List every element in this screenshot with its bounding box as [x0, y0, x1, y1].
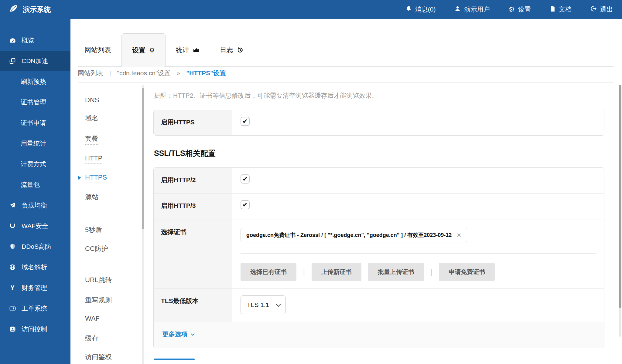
settings-menu-item[interactable]: ⚙ 设置 — [508, 5, 531, 14]
sidebar-item-cert-apply[interactable]: 证书申请 — [0, 113, 70, 133]
logout-menu-item[interactable]: 退出 — [590, 5, 613, 14]
https-settings-panel: 提醒：HTTP2、证书等信息修改后，可能需要清空浏览器缓存后才能浏览效果。 启用… — [153, 91, 604, 360]
user-menu-item[interactable]: 演示用户 — [454, 5, 490, 14]
apply-free-cert-button[interactable]: 申请免费证书 — [439, 263, 495, 281]
submenu-item-url-redirect[interactable]: URL跳转 — [85, 275, 112, 286]
sign-out-icon — [590, 5, 597, 13]
sidebar-item-tickets[interactable]: 工单系统 — [0, 298, 70, 319]
save-button-partial[interactable] — [154, 359, 195, 360]
sidebar-item-billing-method[interactable]: 计费方式 — [0, 154, 70, 174]
table-row: 启用HTTP/2 ✔ — [154, 168, 604, 193]
upload-new-cert-button[interactable]: 上传新证书 — [312, 263, 361, 281]
page-scrollbar-thumb[interactable] — [619, 85, 621, 308]
submenu-item-auth[interactable]: 访问鉴权 — [85, 352, 112, 363]
leaf-logo-icon — [9, 4, 18, 15]
top-bar: 演示系统 消息(0) 演示用户 ⚙ 设置 文档 — [0, 0, 622, 19]
paper-plane-icon — [9, 202, 16, 209]
history-icon — [237, 47, 243, 53]
sidebar-item-access-control[interactable]: 访问控制 — [0, 319, 70, 339]
submenu-scrollbar-thumb[interactable] — [142, 88, 144, 229]
table-row: 选择证书 goedge.cn免费证书 - Zerossl / [ "*.goed… — [154, 220, 604, 288]
batch-upload-cert-button[interactable]: 批量上传证书 — [368, 263, 424, 281]
sidebar-item-ddos[interactable]: DDoS高防 — [0, 236, 70, 257]
table-row: TLS最低版本 TLS 1.1 — [154, 288, 604, 322]
certificate-chip-text: goedge.cn免费证书 - Zerossl / [ "*.goedge.cn… — [246, 231, 452, 239]
sidebar-item-refresh-preheat[interactable]: 刷新预热 — [0, 71, 70, 92]
globe-icon — [9, 264, 16, 271]
messages-menu-item[interactable]: 消息(0) — [405, 5, 436, 14]
submenu-item-cc-protect[interactable]: CC防护 — [85, 244, 108, 253]
logout-label: 退出 — [600, 5, 613, 14]
sidebar-item-dns-resolve[interactable]: 域名解析 — [0, 257, 70, 278]
docs-menu-item[interactable]: 文档 — [550, 5, 572, 14]
breadcrumb-separator: | — [109, 69, 111, 77]
submenu-divider — [85, 213, 143, 213]
page-scrollbar-track[interactable] — [619, 85, 621, 337]
breadcrumb-site-settings[interactable]: "cdn.teaos.cn"设置 — [117, 69, 170, 77]
https-enable-checkbox[interactable]: ✔ — [241, 117, 250, 126]
yen-icon: ¥ — [9, 284, 16, 292]
submenu-scrollbar-track[interactable] — [142, 85, 144, 364]
breadcrumb-site-list[interactable]: 网站列表 — [78, 69, 103, 77]
sidebar-item-cdn[interactable]: CDN加速 — [0, 51, 70, 71]
submenu-item-origin[interactable]: 源站 — [85, 193, 98, 203]
tab-bar: 网站列表 设置 ⚙ 统计 日志 — [78, 33, 613, 67]
cert-select-label: 选择证书 — [154, 220, 232, 288]
tab-site-list[interactable]: 网站列表 — [78, 33, 121, 66]
sidebar-item-finance[interactable]: ¥ 财务管理 — [0, 278, 70, 298]
submenu-item-plan[interactable]: 套餐 — [85, 134, 98, 145]
submenu-item-domains[interactable]: 域名 — [85, 114, 98, 124]
submenu-item-rewrite-rules[interactable]: 重写规则 — [85, 296, 112, 305]
chevron-down-icon — [191, 332, 195, 336]
address-card-icon — [9, 326, 16, 332]
breadcrumb: 网站列表 | "cdn.teaos.cn"设置 » "HTTPS"设置 — [78, 69, 226, 77]
breadcrumb-arrow: » — [176, 69, 180, 77]
https-enable-table: 启用HTTPS ✔ — [153, 110, 604, 136]
submenu-item-cache[interactable]: 缓存 — [85, 334, 98, 343]
select-existing-cert-button[interactable]: 选择已有证书 — [241, 263, 296, 281]
content-area: 网站列表 设置 ⚙ 统计 日志 网站列表 | "cdn.teaos.cn"设置 … — [70, 19, 622, 364]
sidebar: 概览 CDN加速 刷新预热 证书管理 证书申请 用量统计 计费方式 流量包 负载… — [0, 19, 70, 364]
bell-icon — [405, 5, 412, 13]
tls-version-select[interactable]: TLS 1.1 — [241, 295, 286, 314]
sidebar-item-overview[interactable]: 概览 — [0, 30, 70, 51]
shield-icon — [9, 243, 16, 250]
notice-text: 提醒：HTTP2、证书等信息修改后，可能需要清空浏览器缓存后才能浏览效果。 — [154, 91, 604, 100]
app-title: 演示系统 — [23, 5, 51, 14]
button-separator: | — [431, 268, 432, 276]
breadcrumb-https-settings[interactable]: "HTTPS"设置 — [186, 69, 226, 77]
http3-enable-label: 启用HTTP/3 — [154, 194, 232, 220]
http3-enable-checkbox[interactable]: ✔ — [241, 200, 250, 209]
sidebar-item-load-balancer[interactable]: 负载均衡 — [0, 195, 70, 216]
tab-settings[interactable]: 设置 ⚙ — [121, 33, 166, 67]
sidebar-item-cert-manage[interactable]: 证书管理 — [0, 92, 70, 113]
messages-label: 消息(0) — [415, 5, 436, 14]
table-row: 启用HTTPS ✔ — [154, 110, 604, 135]
close-icon[interactable]: ✕ — [456, 232, 461, 239]
http2-enable-checkbox[interactable]: ✔ — [241, 174, 250, 184]
sidebar-item-waf[interactable]: WAF安全 — [0, 216, 70, 236]
certificate-chip: goedge.cn免费证书 - Zerossl / [ "*.goedge.cn… — [241, 228, 467, 242]
tab-stats[interactable]: 统计 — [166, 33, 210, 66]
cdn-clone-icon — [9, 58, 16, 64]
button-separator: | — [303, 268, 305, 276]
tls-version-value: TLS 1.1 — [247, 301, 269, 308]
submenu-item-http[interactable]: HTTP — [85, 154, 102, 164]
ssl-config-table: 启用HTTP/2 ✔ 启用HTTP/3 ✔ 选择证书 goedge.cn免费证书… — [153, 167, 604, 348]
submenu-item-dns[interactable]: DNS — [85, 96, 99, 104]
chevron-down-icon — [276, 302, 281, 307]
ticket-icon — [9, 305, 16, 312]
submenu-item-5s-shield[interactable]: 5秒盾 — [85, 225, 102, 234]
table-row: 更多选项 — [154, 322, 604, 348]
sidebar-item-usage-stats[interactable]: 用量统计 — [0, 133, 70, 154]
sidebar-item-traffic-package[interactable]: 流量包 — [0, 174, 70, 195]
top-nav: 消息(0) 演示用户 ⚙ 设置 文档 退出 — [405, 5, 613, 14]
more-options-link[interactable]: 更多选项 — [162, 330, 193, 339]
magnet-icon — [9, 223, 16, 229]
submenu-item-https[interactable]: HTTPS — [85, 174, 107, 183]
app-brand: 演示系统 — [9, 4, 51, 15]
submenu-item-waf[interactable]: WAF — [85, 315, 100, 324]
tls-min-version-label: TLS最低版本 — [154, 289, 232, 322]
tab-logs[interactable]: 日志 — [210, 33, 254, 66]
document-icon — [550, 5, 555, 13]
